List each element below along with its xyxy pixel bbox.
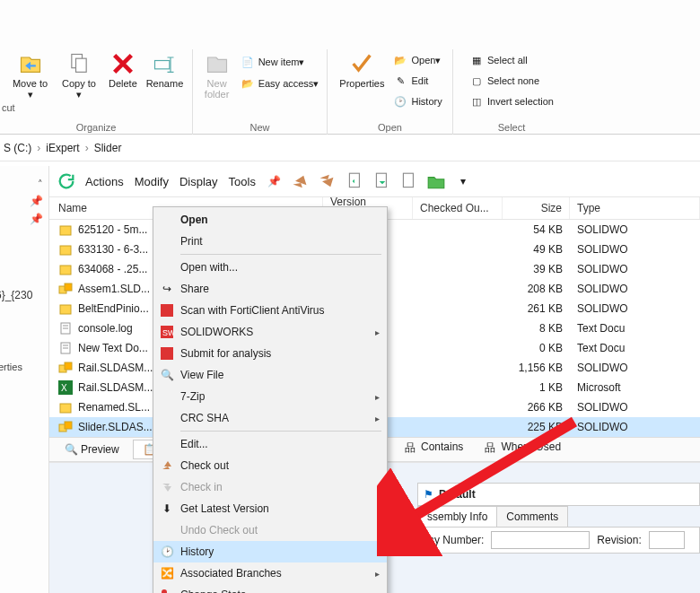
move-to-button[interactable]: Move to ▾: [5, 49, 55, 101]
tab-whereused[interactable]: 品Where Used: [475, 437, 571, 457]
whereused-icon: 品: [485, 440, 497, 453]
modify-menu[interactable]: Modify: [133, 175, 171, 188]
get-version-icon[interactable]: [346, 171, 365, 191]
file-size: 0 KB: [503, 342, 570, 354]
tools-menu[interactable]: Tools: [227, 175, 258, 188]
history-button[interactable]: 🕑History: [389, 92, 445, 110]
chevron-up-icon[interactable]: ˄: [38, 179, 43, 190]
viewfile-icon: 🔍: [157, 367, 177, 383]
folder-icon[interactable]: [426, 171, 446, 191]
ctx-change-state[interactable]: Change State▸: [153, 584, 387, 593]
ctx-edit[interactable]: Edit...: [153, 433, 387, 455]
refresh-icon[interactable]: [57, 171, 76, 191]
delete-button[interactable]: Delete: [103, 49, 143, 91]
svg-rect-43: [161, 304, 173, 317]
new-item-button[interactable]: 📄New item ▾: [237, 53, 323, 71]
ctx-scan[interactable]: Scan with FortiClient AntiVirus: [153, 300, 387, 321]
file-name: 634068 - .25...: [78, 263, 147, 275]
ctx-submit[interactable]: Submit for analysis: [153, 343, 387, 364]
breadcrumb-seg[interactable]: Slider: [94, 142, 122, 154]
ctx-share[interactable]: ↪Share: [153, 278, 387, 300]
checkout-icon[interactable]: [292, 171, 311, 191]
ctx-open[interactable]: Open: [153, 209, 387, 231]
ribbon-group-new: New folder 📄New item ▾ 📂Easy access ▾ Ne…: [193, 49, 328, 135]
tab-comments[interactable]: Comments: [496, 506, 568, 527]
rename-button[interactable]: Rename: [143, 49, 187, 91]
edit-button[interactable]: ✎Edit: [389, 72, 445, 90]
file-name: Renamed.SL...: [78, 401, 150, 414]
pin-icon[interactable]: 📌: [30, 195, 43, 207]
dropdown-icon[interactable]: ▾: [453, 171, 473, 191]
pin-flag-icon[interactable]: ⚑: [418, 488, 439, 501]
file-type-icon: [58, 420, 73, 434]
new-folder-button[interactable]: New folder: [197, 49, 237, 101]
assembly-form-row: ssy Number: Revision:: [417, 527, 700, 554]
properties-pane-label: erties: [0, 362, 22, 372]
svg-rect-2: [155, 61, 170, 69]
ctx-openwith[interactable]: Open with...: [153, 257, 387, 278]
checkin-icon: [157, 479, 177, 495]
select-all-button[interactable]: ▦Select all: [466, 51, 557, 69]
ctx-checkout[interactable]: Check out: [153, 455, 387, 476]
ctx-history[interactable]: 🕑History: [153, 541, 387, 562]
ctx-crcsha[interactable]: CRC SHA▸: [153, 407, 387, 429]
breadcrumb-seg[interactable]: S (C:): [4, 142, 31, 154]
select-none-button[interactable]: ▢Select none: [466, 72, 557, 90]
ribbon-group-open: Properties 📂Open ▾ ✎Edit 🕑History Open: [328, 49, 453, 135]
getlatest-icon: ⬇: [157, 501, 177, 517]
group-label-organize: Organize: [76, 118, 117, 135]
display-menu[interactable]: Display: [178, 175, 220, 188]
file-type: SOLIDWO: [570, 243, 700, 256]
tab-preview[interactable]: 🔍Preview: [55, 440, 129, 459]
properties-button[interactable]: Properties: [334, 49, 389, 91]
assy-number-input[interactable]: [491, 531, 590, 549]
get-latest-icon[interactable]: [372, 171, 392, 191]
open-icon: 📂: [393, 53, 407, 67]
file-type-icon: [58, 301, 73, 316]
ctx-undocheckout: Undo Check out: [153, 519, 387, 541]
branches-icon: 🔀: [157, 565, 177, 581]
copy-to-icon: [66, 51, 92, 76]
file-type-icon: [58, 321, 73, 336]
svg-rect-36: [60, 404, 71, 413]
revision-input[interactable]: [649, 531, 685, 549]
easy-access-button[interactable]: 📂Easy access ▾: [237, 74, 323, 92]
ctx-solidworks[interactable]: SWSOLIDWORKS▸: [153, 321, 387, 343]
file-size: 8 KB: [503, 322, 570, 335]
solidworks-icon: SW: [157, 324, 177, 340]
preview-icon: 🔍: [65, 443, 77, 456]
pin-icon[interactable]: 📌: [30, 213, 43, 225]
pin-icon[interactable]: 📌: [265, 171, 284, 191]
tab-assembly-info[interactable]: ssembly Info: [417, 506, 496, 527]
file-name: console.log: [78, 322, 133, 335]
col-type[interactable]: Type: [570, 197, 700, 219]
breadcrumb[interactable]: S (C:)› iExpert› Slider: [0, 135, 700, 161]
tab-contains[interactable]: 品Contains: [395, 437, 473, 457]
breadcrumb-seg[interactable]: iExpert: [46, 142, 79, 154]
checkin-icon[interactable]: [319, 171, 338, 191]
nav-pane-collapsed: ˄ 📌 📌 erties: [0, 166, 49, 593]
file-type: SOLIDWO: [570, 401, 700, 414]
svg-rect-6: [60, 226, 71, 235]
file-type: Text Docu: [570, 342, 700, 354]
col-checkedout[interactable]: Checked Ou...: [413, 197, 503, 219]
file-type-icon: [58, 341, 73, 355]
copy-to-button[interactable]: Copy to ▾: [55, 49, 103, 101]
ctx-7zip[interactable]: 7-Zip▸: [153, 386, 387, 407]
ctx-assoc-branches[interactable]: 🔀Associated Branches▸: [153, 562, 387, 584]
ctx-getlatest[interactable]: ⬇Get Latest Version: [153, 498, 387, 519]
delete-icon: [110, 51, 136, 76]
open-button[interactable]: 📂Open ▾: [389, 51, 445, 69]
actions-menu[interactable]: Actions: [83, 175, 126, 188]
ribbon-group-select: ▦Select all ▢Select none ◫Invert selecti…: [453, 49, 570, 135]
invert-selection-button[interactable]: ◫Invert selection: [466, 92, 557, 110]
file-name: 633130 - 6-3...: [78, 243, 148, 256]
ctx-print[interactable]: Print: [153, 231, 387, 252]
file-type: SOLIDWO: [570, 263, 700, 275]
file-name: Slider.SLDAS...: [78, 421, 153, 433]
col-size[interactable]: Size: [503, 197, 570, 219]
file-name: Assem1.SLD...: [78, 283, 150, 295]
ctx-viewfile[interactable]: 🔍View File: [153, 364, 387, 386]
file-icon[interactable]: [399, 171, 419, 191]
svg-rect-12: [60, 266, 71, 275]
